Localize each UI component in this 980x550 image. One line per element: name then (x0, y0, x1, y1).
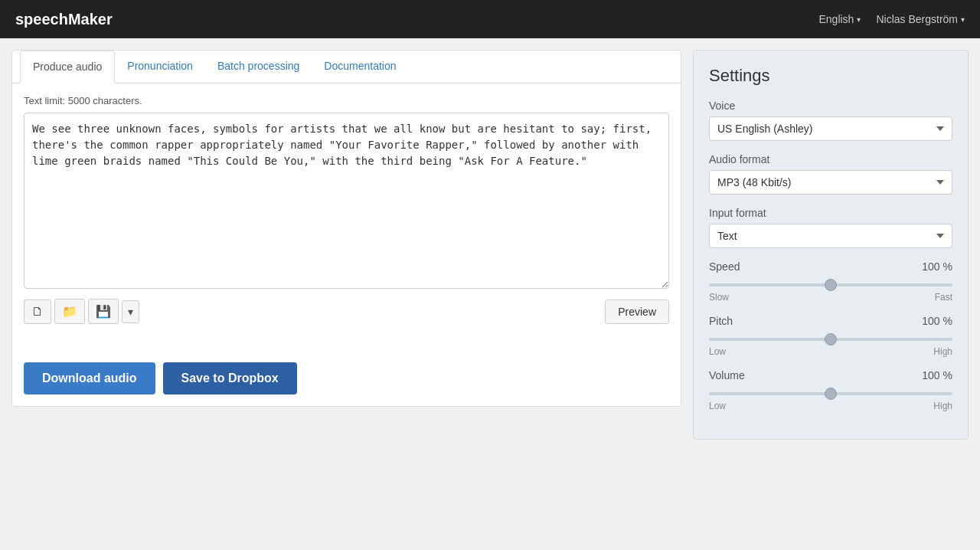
download-section: Download audio Save to Dropbox (12, 351, 681, 406)
save-dropdown-arrow-icon: ▾ (128, 306, 133, 318)
tab-pronunciation[interactable]: Pronunciation (115, 51, 205, 83)
pitch-slider-labels: Low High (709, 346, 952, 357)
language-label: English (818, 13, 854, 25)
voice-label: Voice (709, 100, 952, 112)
tab-documentation[interactable]: Documentation (312, 51, 408, 83)
pitch-min-label: Low (709, 346, 726, 357)
audio-format-setting: Audio format MP3 (48 Kbit/s) MP3 (128 Kb… (709, 153, 952, 195)
new-file-icon: 🗋 (31, 305, 44, 319)
audio-format-select[interactable]: MP3 (48 Kbit/s) MP3 (128 Kbit/s) WAV (709, 170, 952, 195)
volume-setting: Volume 100 % Low High (709, 369, 952, 411)
header: speechMaker English ▾ Niclas Bergström ▾ (0, 0, 980, 38)
user-label: Niclas Bergström (876, 13, 958, 25)
tab-bar: Produce audio Pronunciation Batch proces… (12, 51, 681, 83)
user-menu-button[interactable]: Niclas Bergström ▾ (876, 13, 965, 25)
volume-slider[interactable] (709, 392, 952, 395)
volume-slider-container (709, 385, 952, 398)
settings-title: Settings (709, 66, 952, 86)
save-icon: 💾 (96, 304, 111, 319)
preview-button[interactable]: Preview (605, 300, 669, 324)
left-panel: Produce audio Pronunciation Batch proces… (11, 50, 681, 407)
language-caret-icon: ▾ (857, 15, 861, 24)
pitch-label: Pitch (709, 315, 733, 327)
voice-select[interactable]: US English (Ashley) US English (Brian) U… (709, 116, 952, 141)
speed-value: 100 % (922, 260, 952, 273)
pitch-max-label: High (933, 346, 952, 357)
pitch-setting: Pitch 100 % Low High (709, 315, 952, 357)
save-dropdown-button[interactable]: ▾ (122, 300, 139, 323)
pitch-row: Pitch 100 % (709, 315, 952, 327)
user-caret-icon: ▾ (961, 15, 965, 24)
content-area: Text limit: 5000 characters. 🗋 📁 💾 ▾ (12, 83, 681, 336)
new-file-button[interactable]: 🗋 (24, 300, 51, 324)
language-button[interactable]: English ▾ (818, 13, 861, 25)
open-folder-button[interactable]: 📁 (54, 299, 85, 324)
volume-max-label: High (933, 401, 952, 411)
speed-min-label: Slow (709, 292, 729, 303)
volume-min-label: Low (709, 401, 726, 411)
audio-format-label: Audio format (709, 153, 952, 165)
speed-row: Speed 100 % (709, 260, 952, 273)
speed-label: Speed (709, 260, 740, 273)
volume-value: 100 % (922, 369, 952, 381)
speed-setting: Speed 100 % Slow Fast (709, 260, 952, 303)
speed-slider-labels: Slow Fast (709, 292, 952, 303)
tab-batch-processing[interactable]: Batch processing (205, 51, 312, 83)
input-format-select[interactable]: Text SSML (709, 224, 952, 248)
settings-panel: Settings Voice US English (Ashley) US En… (693, 50, 969, 440)
open-folder-icon: 📁 (62, 304, 77, 319)
input-format-setting: Input format Text SSML (709, 207, 952, 248)
app-brand: speechMaker (15, 11, 113, 28)
main-content: Produce audio Pronunciation Batch proces… (0, 38, 980, 451)
input-format-label: Input format (709, 207, 952, 219)
header-right: English ▾ Niclas Bergström ▾ (818, 13, 965, 25)
volume-label: Volume (709, 369, 745, 381)
download-audio-button[interactable]: Download audio (24, 362, 155, 394)
save-button[interactable]: 💾 (88, 299, 119, 324)
text-limit-label: Text limit: 5000 characters. (24, 95, 669, 106)
tab-produce-audio[interactable]: Produce audio (20, 51, 115, 83)
save-to-dropbox-button[interactable]: Save to Dropbox (163, 362, 297, 394)
volume-row: Volume 100 % (709, 369, 952, 381)
volume-slider-labels: Low High (709, 401, 952, 411)
speed-max-label: Fast (935, 292, 952, 303)
speed-slider[interactable] (709, 283, 952, 286)
toolbar-left: 🗋 📁 💾 ▾ (24, 299, 139, 324)
pitch-slider-container (709, 331, 952, 343)
text-input[interactable] (24, 113, 669, 289)
pitch-slider[interactable] (709, 338, 952, 341)
pitch-value: 100 % (922, 315, 952, 327)
voice-setting: Voice US English (Ashley) US English (Br… (709, 100, 952, 141)
toolbar: 🗋 📁 💾 ▾ Preview (24, 299, 669, 324)
speed-slider-container (709, 277, 952, 289)
